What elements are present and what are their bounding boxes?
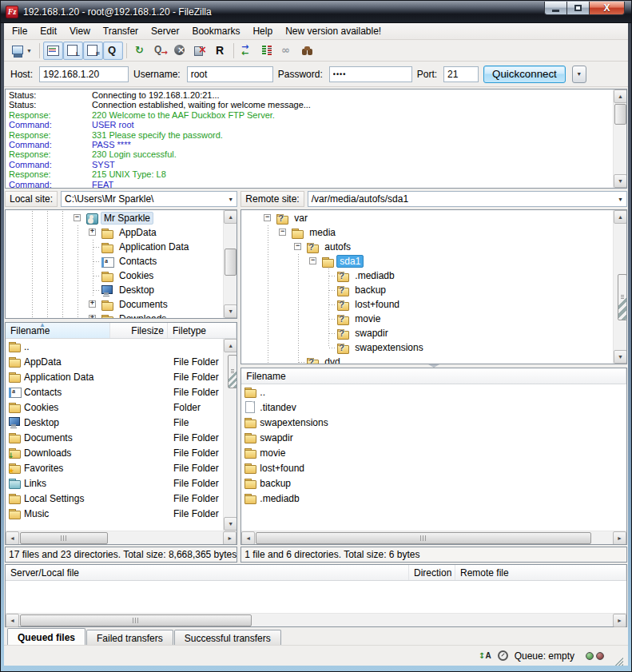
tree-item[interactable]: aContacts	[10, 254, 223, 268]
file-row[interactable]: ..	[6, 339, 237, 354]
tree-item[interactable]: ?lost+found	[245, 297, 613, 312]
remote-list-hscrollbar[interactable]: ◄ ►	[241, 531, 626, 544]
file-row[interactable]: DocumentsFile Folder	[6, 430, 237, 445]
column-header-server-local-file[interactable]: Server/Local file	[6, 565, 409, 580]
synchronized-browsing-button[interactable]	[237, 42, 257, 60]
tree-item[interactable]: +↓Downloads	[10, 312, 223, 318]
column-header-filesize[interactable]: Filesize	[110, 323, 168, 338]
tree-item[interactable]: +Documents	[10, 297, 223, 312]
file-row[interactable]: MusicFile Folder	[6, 506, 237, 521]
menu-item-help[interactable]: Help	[246, 24, 279, 38]
tree-item[interactable]: −sda1	[245, 254, 613, 268]
menu-item-bookmarks[interactable]: Bookmarks	[185, 24, 246, 38]
scroll-up-arrow[interactable]: ▲	[224, 339, 237, 352]
local-tree-scrollbar[interactable]: ▲ ▼	[223, 210, 237, 318]
scroll-down-arrow[interactable]: ▼	[614, 174, 627, 188]
data-type-icon[interactable]: A	[479, 650, 491, 662]
password-input[interactable]	[329, 66, 412, 82]
remote-tree-scrollbar[interactable]: ▲ ▼	[613, 210, 626, 364]
file-row[interactable]: lost+found	[241, 460, 626, 475]
search-button[interactable]	[297, 42, 317, 60]
filter-button[interactable]	[277, 42, 297, 60]
tab-successful-transfers[interactable]: Successful transfers	[174, 630, 281, 645]
scroll-up-arrow[interactable]: ▲	[614, 210, 627, 224]
file-row[interactable]: swapdir	[241, 430, 626, 445]
tree-item[interactable]: −media	[245, 225, 613, 240]
collapse-icon[interactable]: −	[294, 243, 301, 250]
tree-item[interactable]: Desktop	[10, 283, 223, 297]
file-row[interactable]: DesktopFile	[6, 415, 237, 430]
file-row[interactable]: ↓DownloadsFile Folder	[6, 445, 237, 460]
disconnect-button[interactable]	[190, 42, 210, 60]
chevron-down-icon[interactable]: ▼	[228, 197, 233, 202]
minimize-button[interactable]	[544, 2, 567, 15]
tree-item[interactable]: −Mr Sparkle	[10, 211, 223, 225]
menu-item-server[interactable]: Server	[145, 24, 185, 38]
column-header-filename[interactable]: ▲ Filename	[6, 323, 110, 338]
file-row[interactable]: aContactsFile Folder	[6, 384, 237, 400]
expand-icon[interactable]: +	[89, 315, 96, 318]
menu-item-file[interactable]: File	[6, 24, 34, 38]
port-input[interactable]	[443, 66, 479, 82]
file-row[interactable]: swapextensions	[241, 415, 626, 430]
reconnect-button[interactable]	[210, 42, 230, 60]
toggle-remote-tree-button[interactable]	[83, 42, 103, 60]
collapse-icon[interactable]: −	[279, 229, 286, 236]
message-log[interactable]: Status:Connecting to 192.168.1.20:21...S…	[5, 89, 627, 189]
local-list-hscrollbar[interactable]: ◄ ►	[6, 531, 237, 544]
tab-failed-transfers[interactable]: Failed transfers	[86, 630, 173, 645]
chevron-down-icon[interactable]: ▼	[618, 197, 623, 202]
tree-item[interactable]: −?autofs	[245, 240, 613, 254]
collapse-icon[interactable]: −	[309, 257, 316, 264]
restore-button[interactable]	[567, 2, 589, 15]
host-input[interactable]	[39, 66, 129, 82]
menu-item-view[interactable]: View	[63, 24, 97, 38]
file-row[interactable]: ..	[241, 384, 626, 400]
toggle-local-tree-button[interactable]	[63, 42, 83, 60]
toggle-queue-button[interactable]	[103, 42, 123, 60]
expand-icon[interactable]: +	[89, 229, 96, 236]
column-header-direction[interactable]: Direction	[409, 565, 455, 580]
column-header-remote-file[interactable]: Remote file	[455, 565, 626, 580]
site-manager-button[interactable]: ▼	[7, 42, 36, 60]
menu-item-new-version-available[interactable]: New version available!	[279, 24, 388, 38]
tree-item[interactable]: ?movie	[245, 312, 613, 326]
file-row[interactable]: .titandev	[241, 400, 626, 415]
file-row[interactable]: backup	[241, 475, 626, 491]
column-header-filetype[interactable]: Filetype	[168, 323, 237, 338]
tree-item[interactable]: Application Data	[10, 240, 223, 254]
file-row[interactable]: CookiesFolder	[6, 400, 237, 415]
file-row[interactable]: Application DataFile Folder	[6, 369, 237, 384]
tree-item[interactable]: ?swapdir	[245, 326, 613, 340]
scroll-right-arrow[interactable]: ►	[613, 531, 626, 545]
scroll-up-arrow[interactable]: ▲	[224, 210, 237, 224]
collapse-icon[interactable]: −	[264, 214, 271, 221]
queue-hscrollbar[interactable]: ◄ ►	[6, 613, 626, 626]
resize-grip[interactable]	[614, 656, 623, 666]
menu-item-edit[interactable]: Edit	[34, 24, 63, 38]
file-row[interactable]: Local SettingsFile Folder	[6, 491, 237, 506]
process-queue-button[interactable]	[150, 42, 170, 60]
tree-item[interactable]: ?dvd	[245, 355, 613, 364]
expand-icon[interactable]: +	[89, 300, 96, 308]
file-row[interactable]: ★FavoritesFile Folder	[6, 460, 237, 475]
scroll-right-arrow[interactable]: ►	[613, 614, 626, 627]
tree-item[interactable]: Cookies	[10, 268, 223, 283]
directory-comparison-button[interactable]	[257, 42, 277, 60]
tree-item[interactable]: ?swapextensions	[245, 340, 613, 355]
scroll-up-arrow[interactable]: ▲	[614, 89, 627, 103]
scroll-left-arrow[interactable]: ◄	[6, 614, 19, 627]
scroll-right-arrow[interactable]: ►	[223, 531, 237, 545]
file-row[interactable]: movie	[241, 445, 626, 460]
speed-limits-icon[interactable]	[498, 650, 508, 661]
quickconnect-dropdown[interactable]: ▼	[572, 66, 586, 83]
scroll-down-arrow[interactable]: ▼	[224, 517, 237, 531]
log-scrollbar[interactable]: ▲ ▼	[613, 89, 626, 188]
username-input[interactable]	[187, 66, 273, 82]
local-site-combo[interactable]: C:\Users\Mr Sparkle\ ▼	[61, 191, 237, 207]
column-header-filename[interactable]: Filename	[241, 368, 626, 384]
quickconnect-button[interactable]: Quickconnect	[483, 66, 566, 83]
remote-site-combo[interactable]: /var/media/autofs/sda1 ▼	[308, 191, 627, 207]
tree-item[interactable]: ?.mediadb	[245, 268, 613, 283]
tree-item[interactable]: +AppData	[10, 225, 223, 240]
